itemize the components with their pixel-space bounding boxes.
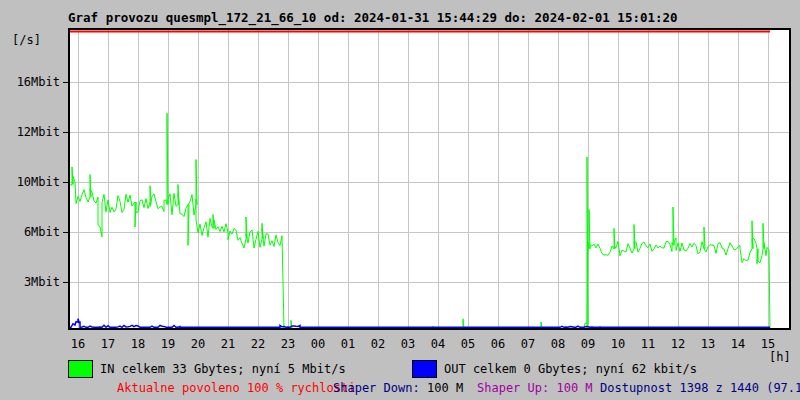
- legend-label-in: IN celkem 33 Gbytes; nyní 5 Mbit/s: [100, 362, 346, 376]
- availability: Dostupnost 1398 z 1440 (97.1 %): [600, 381, 800, 395]
- y-tick-label: 6Mbit: [12, 225, 60, 239]
- x-tick-label: 20: [191, 337, 205, 351]
- x-tick-label: 10: [611, 337, 625, 351]
- legend-swatch-out: [412, 360, 437, 378]
- x-tick-label: 00: [311, 337, 325, 351]
- x-tick-label: 23: [281, 337, 295, 351]
- y-tick-label: 12Mbit: [12, 125, 60, 139]
- x-tick-label: 07: [521, 337, 535, 351]
- x-tick-label: 11: [641, 337, 655, 351]
- legend-label-out: OUT celkem 0 Gbytes; nyní 62 kbit/s: [444, 362, 697, 376]
- y-tick-label: 10Mbit: [12, 175, 60, 189]
- shaper-down-value: 100 M: [427, 381, 463, 395]
- x-tick-label: 13: [701, 337, 715, 351]
- x-tick-label: 16: [71, 337, 85, 351]
- x-tick-label: 02: [371, 337, 385, 351]
- x-tick-label: 21: [221, 337, 235, 351]
- x-tick-label: 09: [581, 337, 595, 351]
- x-tick-label: 18: [131, 337, 145, 351]
- x-tick-label: 12: [671, 337, 685, 351]
- x-tick-label: 01: [341, 337, 355, 351]
- current-speed-allowed: Aktualne povoleno 100 % rychlosti: [117, 381, 355, 395]
- shaper-up: Shaper Up: 100 M: [477, 381, 593, 395]
- graph-title: Graf provozu quesmpl_172_21_66_10 od: 20…: [68, 11, 678, 25]
- x-tick-label: 19: [161, 337, 175, 351]
- y-tick-label: 16Mbit: [12, 75, 60, 89]
- shaper-down-label: Shaper Down:: [333, 381, 420, 395]
- x-tick-label: 05: [461, 337, 475, 351]
- x-tick-label: 06: [491, 337, 505, 351]
- y-axis-unit-label: [/s]: [12, 33, 41, 47]
- x-tick-label: 04: [431, 337, 445, 351]
- x-tick-label: 03: [401, 337, 415, 351]
- x-axis-unit-label: [h]: [769, 350, 791, 364]
- x-tick-label: 22: [251, 337, 265, 351]
- legend-swatch-in: [68, 360, 93, 378]
- x-tick-label: 15: [761, 337, 775, 351]
- x-tick-label: 08: [551, 337, 565, 351]
- x-tick-label: 17: [101, 337, 115, 351]
- x-tick-label: 14: [731, 337, 745, 351]
- y-tick-label: 3Mbit: [12, 275, 60, 289]
